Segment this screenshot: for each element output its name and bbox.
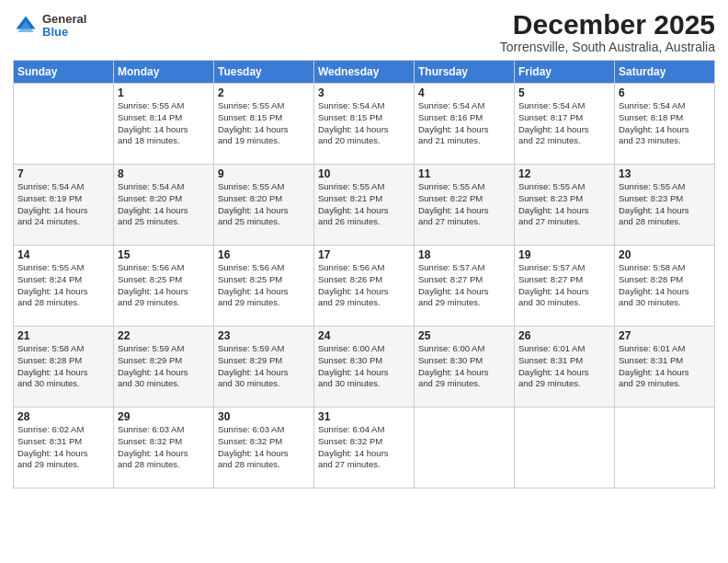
day-detail-line: and 29 minutes.: [118, 297, 210, 309]
day-detail-line: Sunset: 8:30 PM: [418, 355, 510, 367]
day-info: Sunrise: 5:56 AMSunset: 8:25 PMDaylight:…: [118, 262, 210, 309]
day-detail-line: and 29 minutes.: [619, 378, 711, 390]
day-cell-3-2: 15Sunrise: 5:56 AMSunset: 8:25 PMDayligh…: [114, 246, 214, 327]
day-info: Sunrise: 6:01 AMSunset: 8:31 PMDaylight:…: [518, 343, 610, 390]
day-detail-line: Sunset: 8:28 PM: [17, 355, 109, 367]
day-info: Sunrise: 6:02 AMSunset: 8:31 PMDaylight:…: [17, 424, 109, 471]
day-cell-2-6: 12Sunrise: 5:55 AMSunset: 8:23 PMDayligh…: [515, 165, 615, 246]
day-cell-5-6: [515, 408, 615, 488]
day-detail-line: Sunset: 8:31 PM: [17, 436, 109, 448]
day-number: 4: [418, 86, 510, 99]
day-detail-line: Sunrise: 5:55 AM: [218, 100, 310, 112]
day-number: 24: [318, 329, 410, 342]
day-detail-line: Sunset: 8:20 PM: [218, 193, 310, 205]
day-detail-line: Sunrise: 5:59 AM: [118, 343, 210, 355]
day-detail-line: Sunset: 8:14 PM: [118, 112, 210, 124]
day-detail-line: Sunrise: 5:54 AM: [17, 181, 109, 193]
day-detail-line: Sunrise: 5:55 AM: [518, 181, 610, 193]
day-info: Sunrise: 6:03 AMSunset: 8:32 PMDaylight:…: [218, 424, 310, 471]
day-info: Sunrise: 5:55 AMSunset: 8:23 PMDaylight:…: [518, 181, 610, 228]
logo-general: General: [42, 13, 86, 26]
day-detail-line: Daylight: 14 hours: [418, 124, 510, 136]
day-detail-line: Sunset: 8:32 PM: [218, 436, 310, 448]
day-detail-line: Daylight: 14 hours: [619, 367, 711, 379]
day-number: 31: [318, 410, 410, 423]
day-detail-line: Sunrise: 6:03 AM: [218, 424, 310, 436]
week-row-4: 21Sunrise: 5:58 AMSunset: 8:28 PMDayligh…: [14, 327, 715, 408]
day-detail-line: Sunset: 8:20 PM: [118, 193, 210, 205]
header-monday: Monday: [114, 61, 214, 84]
weekday-header-row: Sunday Monday Tuesday Wednesday Thursday…: [14, 61, 715, 84]
day-detail-line: Daylight: 14 hours: [118, 286, 210, 298]
day-detail-line: Daylight: 14 hours: [619, 124, 711, 136]
day-detail-line: and 30 minutes.: [118, 378, 210, 390]
day-detail-line: Daylight: 14 hours: [318, 124, 410, 136]
day-detail-line: Sunrise: 5:54 AM: [318, 100, 410, 112]
day-number: 30: [218, 410, 310, 423]
day-cell-4-4: 24Sunrise: 6:00 AMSunset: 8:30 PMDayligh…: [314, 327, 415, 408]
day-cell-2-7: 13Sunrise: 5:55 AMSunset: 8:23 PMDayligh…: [615, 165, 715, 246]
day-number: 16: [218, 248, 310, 261]
day-detail-line: Daylight: 14 hours: [118, 124, 210, 136]
day-detail-line: Sunset: 8:27 PM: [518, 274, 610, 286]
day-cell-2-1: 7Sunrise: 5:54 AMSunset: 8:19 PMDaylight…: [14, 165, 114, 246]
header-sunday: Sunday: [14, 61, 114, 84]
logo-icon: [13, 13, 39, 39]
day-detail-line: Daylight: 14 hours: [518, 205, 610, 217]
day-detail-line: Sunrise: 5:58 AM: [619, 262, 711, 274]
day-detail-line: Sunset: 8:32 PM: [118, 436, 210, 448]
day-detail-line: Sunset: 8:32 PM: [318, 436, 410, 448]
day-detail-line: Sunrise: 5:58 AM: [17, 343, 109, 355]
day-detail-line: Sunrise: 6:02 AM: [17, 424, 109, 436]
day-detail-line: Sunrise: 6:04 AM: [318, 424, 410, 436]
day-number: 19: [518, 248, 610, 261]
logo: General Blue: [13, 13, 86, 40]
day-number: 3: [318, 86, 410, 99]
day-detail-line: and 27 minutes.: [318, 459, 410, 471]
day-detail-line: Sunset: 8:31 PM: [518, 355, 610, 367]
day-detail-line: Sunrise: 5:57 AM: [518, 262, 610, 274]
day-info: Sunrise: 6:00 AMSunset: 8:30 PMDaylight:…: [318, 343, 410, 390]
day-info: Sunrise: 5:55 AMSunset: 8:20 PMDaylight:…: [218, 181, 310, 228]
day-detail-line: Daylight: 14 hours: [218, 448, 310, 460]
day-detail-line: Daylight: 14 hours: [518, 124, 610, 136]
day-detail-line: Sunrise: 5:56 AM: [318, 262, 410, 274]
header-saturday: Saturday: [615, 61, 715, 84]
week-row-3: 14Sunrise: 5:55 AMSunset: 8:24 PMDayligh…: [14, 246, 715, 327]
day-detail-line: Sunset: 8:23 PM: [619, 193, 711, 205]
week-row-2: 7Sunrise: 5:54 AMSunset: 8:19 PMDaylight…: [14, 165, 715, 246]
day-info: Sunrise: 5:56 AMSunset: 8:25 PMDaylight:…: [218, 262, 310, 309]
day-detail-line: Sunset: 8:29 PM: [118, 355, 210, 367]
location: Torrensville, South Australia, Australia: [500, 40, 715, 54]
day-info: Sunrise: 5:54 AMSunset: 8:17 PMDaylight:…: [518, 100, 610, 147]
page: General Blue December 2025 Torrensville,…: [0, 0, 728, 563]
day-info: Sunrise: 5:54 AMSunset: 8:18 PMDaylight:…: [619, 100, 711, 147]
day-cell-2-2: 8Sunrise: 5:54 AMSunset: 8:20 PMDaylight…: [114, 165, 214, 246]
day-detail-line: and 24 minutes.: [17, 216, 109, 228]
day-detail-line: and 30 minutes.: [619, 297, 711, 309]
day-cell-3-6: 19Sunrise: 5:57 AMSunset: 8:27 PMDayligh…: [515, 246, 615, 327]
day-detail-line: and 25 minutes.: [218, 216, 310, 228]
day-detail-line: and 29 minutes.: [318, 297, 410, 309]
day-detail-line: Sunrise: 5:55 AM: [17, 262, 109, 274]
day-number: 6: [619, 86, 711, 99]
calendar: Sunday Monday Tuesday Wednesday Thursday…: [13, 60, 715, 488]
day-detail-line: and 29 minutes.: [218, 297, 310, 309]
day-info: Sunrise: 6:04 AMSunset: 8:32 PMDaylight:…: [318, 424, 410, 471]
day-info: Sunrise: 5:56 AMSunset: 8:26 PMDaylight:…: [318, 262, 410, 309]
day-info: Sunrise: 5:55 AMSunset: 8:14 PMDaylight:…: [118, 100, 210, 147]
day-detail-line: Daylight: 14 hours: [17, 448, 109, 460]
day-detail-line: and 28 minutes.: [118, 459, 210, 471]
day-detail-line: Daylight: 14 hours: [118, 205, 210, 217]
day-cell-1-3: 2Sunrise: 5:55 AMSunset: 8:15 PMDaylight…: [214, 84, 314, 165]
day-cell-3-3: 16Sunrise: 5:56 AMSunset: 8:25 PMDayligh…: [214, 246, 314, 327]
day-detail-line: Daylight: 14 hours: [318, 286, 410, 298]
day-detail-line: Sunrise: 5:54 AM: [418, 100, 510, 112]
day-detail-line: Daylight: 14 hours: [118, 448, 210, 460]
day-info: Sunrise: 5:54 AMSunset: 8:20 PMDaylight:…: [118, 181, 210, 228]
day-detail-line: and 29 minutes.: [17, 459, 109, 471]
day-cell-4-7: 27Sunrise: 6:01 AMSunset: 8:31 PMDayligh…: [615, 327, 715, 408]
day-cell-5-2: 29Sunrise: 6:03 AMSunset: 8:32 PMDayligh…: [114, 408, 214, 488]
day-detail-line: Sunset: 8:15 PM: [318, 112, 410, 124]
logo-blue: Blue: [42, 26, 86, 39]
